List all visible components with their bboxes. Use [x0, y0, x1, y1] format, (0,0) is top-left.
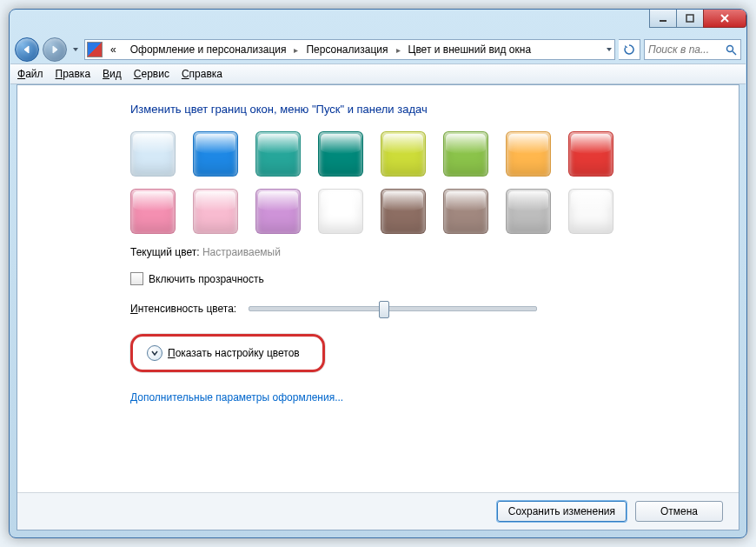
- arrow-right-icon: [50, 44, 60, 55]
- window-controls: [650, 10, 746, 28]
- nav-forward-button[interactable]: [43, 37, 67, 62]
- save-button[interactable]: Сохранить изменения: [497, 501, 627, 522]
- color-swatch[interactable]: [568, 189, 613, 234]
- transparency-label[interactable]: Включить прозрачность: [149, 273, 264, 285]
- refresh-button[interactable]: [619, 39, 640, 60]
- color-swatch[interactable]: [568, 131, 613, 177]
- svg-point-4: [726, 45, 733, 51]
- search-button[interactable]: [720, 41, 740, 58]
- close-button[interactable]: [703, 10, 746, 28]
- arrow-left-icon: [22, 44, 32, 55]
- page-title: Изменить цвет границ окон, меню "Пуск" и…: [130, 103, 739, 116]
- content-area: Изменить цвет границ окон, меню "Пуск" и…: [17, 85, 739, 492]
- intensity-row: Интенсивность цвета:: [130, 303, 739, 315]
- breadcrumb-sep: ▸: [294, 45, 298, 55]
- color-swatch[interactable]: [506, 131, 551, 177]
- refresh-icon: [624, 44, 634, 55]
- color-swatch[interactable]: [193, 189, 238, 234]
- menu-file[interactable]: Файл: [17, 68, 43, 80]
- titlebar: [10, 10, 746, 36]
- nav-back-button[interactable]: [15, 37, 39, 62]
- color-swatch[interactable]: [318, 131, 363, 177]
- close-icon: [720, 13, 730, 23]
- color-row-1: [130, 131, 739, 177]
- search-icon: [726, 44, 737, 56]
- color-swatch[interactable]: [255, 131, 301, 177]
- chevron-down-icon: [72, 46, 79, 53]
- svg-rect-1: [686, 15, 693, 22]
- color-swatch[interactable]: [443, 131, 488, 177]
- breadcrumb-sep: ▸: [396, 45, 401, 55]
- menu-edit[interactable]: Правка: [56, 68, 91, 80]
- svg-line-5: [733, 51, 736, 55]
- menu-tools[interactable]: Сервис: [134, 68, 169, 80]
- current-color-label: Текущий цвет:: [130, 246, 200, 258]
- cancel-button[interactable]: Отмена: [635, 501, 723, 522]
- navigation-row: « Оформление и персонализация ▸ Персонал…: [10, 36, 746, 63]
- slider-thumb[interactable]: [379, 301, 389, 318]
- menu-bar: Файл Правка Вид Сервис Справка: [10, 63, 746, 84]
- color-row-2: [130, 189, 739, 234]
- color-swatch[interactable]: [318, 189, 363, 234]
- breadcrumb-seg-1[interactable]: Оформление и персонализация: [124, 40, 293, 59]
- nav-history-dropdown[interactable]: [70, 41, 81, 58]
- current-color-value: Настраиваемый: [202, 246, 281, 258]
- footer-bar: Сохранить изменения Отмена: [17, 492, 739, 530]
- intensity-label: Интенсивность цвета:: [130, 303, 236, 315]
- content-frame: Изменить цвет границ окон, меню "Пуск" и…: [17, 84, 739, 530]
- transparency-row: Включить прозрачность: [130, 272, 739, 285]
- color-swatch[interactable]: [381, 131, 426, 177]
- highlight-annotation: Показать настройку цветов: [130, 334, 325, 372]
- color-swatch[interactable]: [443, 189, 488, 234]
- maximize-button[interactable]: [676, 10, 704, 28]
- menu-view[interactable]: Вид: [103, 68, 122, 80]
- current-color-line: Текущий цвет: Настраиваемый: [130, 246, 739, 258]
- minimize-button[interactable]: [649, 10, 677, 28]
- menu-help[interactable]: Справка: [182, 68, 222, 80]
- intensity-slider[interactable]: [249, 306, 537, 311]
- transparency-checkbox[interactable]: [130, 272, 143, 285]
- maximize-icon: [685, 13, 695, 23]
- color-swatch[interactable]: [193, 131, 238, 177]
- address-bar[interactable]: « Оформление и персонализация ▸ Персонал…: [84, 39, 615, 60]
- search-input[interactable]: [645, 43, 720, 56]
- color-swatch[interactable]: [130, 189, 176, 234]
- chevron-down-icon[interactable]: [606, 46, 613, 53]
- color-swatch[interactable]: [506, 189, 551, 234]
- advanced-appearance-link[interactable]: Дополнительные параметры оформления...: [130, 391, 739, 404]
- minimize-icon: [658, 13, 668, 23]
- breadcrumb-seg-3[interactable]: Цвет и внешний вид окна: [402, 40, 538, 59]
- breadcrumb-prefix: «: [104, 40, 123, 59]
- expander-toggle[interactable]: [147, 345, 162, 361]
- expander-label: Показать настройку цветов: [168, 347, 300, 359]
- color-swatch[interactable]: [130, 131, 176, 177]
- search-box[interactable]: [644, 39, 741, 60]
- breadcrumb-seg-2[interactable]: Персонализация: [300, 40, 394, 59]
- control-panel-icon: [87, 42, 103, 57]
- color-swatch[interactable]: [255, 189, 301, 234]
- window-frame: « Оформление и персонализация ▸ Персонал…: [9, 9, 747, 538]
- show-color-mixer-expander[interactable]: Показать настройку цветов: [147, 342, 308, 364]
- chevron-down-icon: [150, 349, 159, 357]
- color-swatch[interactable]: [381, 189, 426, 234]
